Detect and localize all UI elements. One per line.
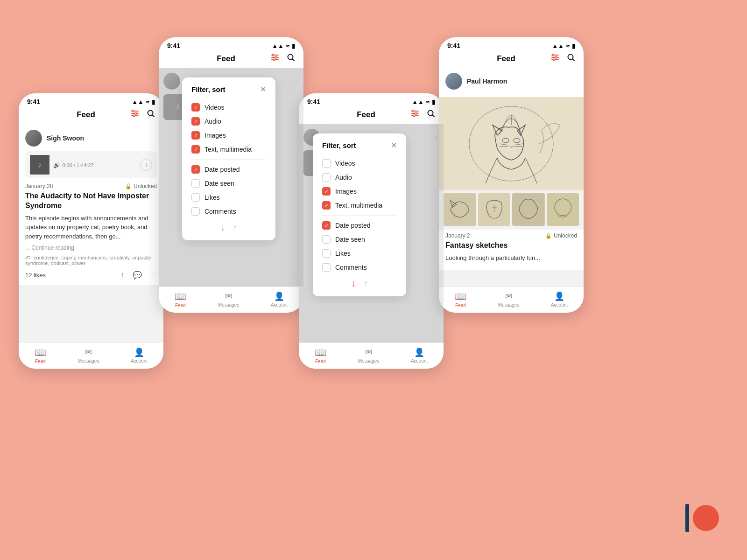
nav-icons-4[interactable] bbox=[551, 53, 575, 64]
svg-line-27 bbox=[433, 115, 435, 117]
post-section-4: January 2 🔓 Unlocked Fantasy sketches Lo… bbox=[439, 230, 584, 270]
svg-line-7 bbox=[153, 115, 155, 117]
tab-messages-label-3: Messages bbox=[358, 358, 380, 364]
comment-icon-1[interactable]: 💬 bbox=[133, 271, 142, 280]
tab-account-3[interactable]: 👤 Account bbox=[411, 347, 428, 364]
filter-cb-images-2[interactable] bbox=[191, 131, 200, 140]
filter-icon-4[interactable] bbox=[551, 53, 559, 64]
filter-cb-videos-2[interactable] bbox=[191, 103, 200, 112]
filter-item-comments-2[interactable]: Comments bbox=[191, 204, 266, 218]
tab-feed-3[interactable]: 📖 Feed bbox=[315, 347, 326, 364]
audio-player-1[interactable]: ♪ 🔊 0:00 / 1:44:27 ↓ bbox=[25, 151, 157, 178]
filter-item-likes-2[interactable]: Likes bbox=[191, 190, 266, 204]
tab-messages-3[interactable]: ✉ Messages bbox=[358, 347, 380, 364]
sort-down-2[interactable]: ↓ bbox=[220, 222, 225, 233]
nav-icons-1[interactable] bbox=[131, 109, 155, 120]
filter-icon-3[interactable] bbox=[411, 109, 419, 120]
filter-item-audio-2[interactable]: Audio bbox=[191, 114, 266, 128]
audio-icon-1: 🔊 bbox=[53, 162, 60, 168]
status-bar-2: 9:41 ▲▲ ≈ ▮ bbox=[159, 37, 303, 51]
filter-item-dateposted-3[interactable]: Date posted bbox=[322, 218, 397, 232]
filter-item-videos-2[interactable]: Videos bbox=[191, 100, 266, 114]
sort-up-3[interactable]: ↑ bbox=[363, 278, 368, 289]
tab-account-1[interactable]: 👤 Account bbox=[131, 347, 148, 364]
filter-cb-text-2[interactable] bbox=[191, 145, 200, 154]
filter-cb-likes-3[interactable] bbox=[322, 249, 331, 258]
user-row-4: Paul Harmon bbox=[445, 73, 577, 90]
tab-messages-4[interactable]: ✉ Messages bbox=[498, 291, 520, 308]
filter-cb-comments-2[interactable] bbox=[191, 207, 200, 216]
status-time-1: 9:41 bbox=[27, 98, 40, 105]
filter-icon-2[interactable] bbox=[271, 53, 279, 64]
filter-cb-text-3[interactable] bbox=[322, 201, 331, 210]
tab-feed-4[interactable]: 📖 Feed bbox=[455, 291, 466, 308]
filter-cb-videos-3[interactable] bbox=[322, 159, 331, 168]
tab-feed-1[interactable]: 📖 Feed bbox=[35, 347, 46, 364]
filter-cb-comments-3[interactable] bbox=[322, 263, 331, 272]
sort-up-2[interactable]: ↑ bbox=[233, 222, 237, 233]
filter-cb-images-3[interactable] bbox=[322, 187, 331, 196]
filter-item-audio-3[interactable]: Audio bbox=[322, 170, 397, 184]
sort-down-3[interactable]: ↓ bbox=[351, 278, 356, 289]
user-row-1: Sigh Swoon bbox=[25, 130, 157, 147]
nav-icons-2[interactable] bbox=[271, 53, 295, 64]
continue-reading-1[interactable]: ... Continue reading bbox=[25, 245, 157, 251]
filter-cb-dateseen-2[interactable] bbox=[191, 179, 200, 188]
filter-icon-1[interactable] bbox=[131, 109, 139, 120]
filter-item-comments-3[interactable]: Comments bbox=[322, 260, 397, 274]
filter-item-text-3[interactable]: Text, multimedia bbox=[322, 198, 397, 212]
filter-items-2: Videos Audio Images Text, multimedia bbox=[191, 100, 266, 218]
heart-icon-1[interactable]: ♡ bbox=[150, 271, 157, 280]
filter-close-3[interactable]: ✕ bbox=[391, 141, 397, 150]
tab-feed-2[interactable]: 📖 Feed bbox=[175, 291, 186, 308]
tab-account-2[interactable]: 👤 Account bbox=[271, 291, 288, 308]
status-icons-3: ▲▲ ≈ ▮ bbox=[412, 98, 435, 105]
tab-messages-1[interactable]: ✉ Messages bbox=[78, 347, 99, 364]
wifi-icon-4: ≈ bbox=[566, 42, 570, 49]
post-unlocked-4: 🔓 Unlocked bbox=[545, 232, 577, 239]
filter-close-2[interactable]: ✕ bbox=[260, 85, 266, 94]
tab-messages-icon-3: ✉ bbox=[365, 347, 372, 357]
filter-cb-dateposted-2[interactable] bbox=[191, 165, 200, 174]
svg-point-25 bbox=[413, 115, 415, 117]
wifi-icon-3: ≈ bbox=[426, 98, 430, 105]
svg-line-17 bbox=[293, 59, 295, 61]
svg-point-23 bbox=[412, 110, 414, 112]
username-4: Paul Harmon bbox=[467, 77, 507, 85]
search-icon-2[interactable] bbox=[287, 53, 295, 64]
nav-icons-3[interactable] bbox=[411, 109, 435, 120]
nav-bar-2: Feed bbox=[159, 51, 303, 68]
filter-item-dateseen-3[interactable]: Date seen bbox=[322, 232, 397, 246]
filter-cb-dateseen-3[interactable] bbox=[322, 235, 331, 244]
filter-cb-likes-2[interactable] bbox=[191, 193, 200, 202]
svg-point-24 bbox=[415, 112, 417, 114]
post-meta-1: January 28 🔓 Unlocked bbox=[25, 183, 157, 189]
search-icon-1[interactable] bbox=[147, 109, 155, 120]
post-title-1: The Audacity to Not Have Imposter Syndro… bbox=[25, 191, 157, 211]
search-icon-4[interactable] bbox=[567, 53, 575, 64]
post-date-1: January 28 bbox=[25, 183, 53, 189]
filter-item-images-3[interactable]: Images bbox=[322, 184, 397, 198]
audio-download-1[interactable]: ↓ bbox=[140, 159, 152, 171]
filter-cb-audio-3[interactable] bbox=[322, 173, 331, 182]
tab-messages-2[interactable]: ✉ Messages bbox=[218, 291, 240, 308]
filter-item-likes-3[interactable]: Likes bbox=[322, 246, 397, 260]
tab-messages-icon-4: ✉ bbox=[505, 291, 512, 301]
tab-feed-icon-3: 📖 bbox=[315, 347, 326, 358]
tab-account-4[interactable]: 👤 Account bbox=[551, 291, 568, 308]
share-icon-1[interactable]: ↑ bbox=[120, 271, 124, 280]
svg-text:♪: ♪ bbox=[38, 160, 42, 169]
tab-feed-icon-2: 📖 bbox=[175, 291, 186, 302]
filter-item-dateseen-2[interactable]: Date seen bbox=[191, 176, 266, 190]
post-tags-1: 🏷 confidence, coping mechanisms, creativ… bbox=[25, 255, 157, 266]
search-icon-3[interactable] bbox=[427, 109, 435, 120]
svg-rect-48 bbox=[512, 193, 545, 226]
filter-item-images-2[interactable]: Images bbox=[191, 128, 266, 142]
filter-item-dateposted-2[interactable]: Date posted bbox=[191, 162, 266, 176]
filter-cb-audio-2[interactable] bbox=[191, 117, 200, 126]
status-bar-4: 9:41 ▲▲ ≈ ▮ bbox=[439, 37, 584, 51]
filter-item-text-2[interactable]: Text, multimedia bbox=[191, 142, 266, 156]
filter-cb-dateposted-3[interactable] bbox=[322, 221, 331, 230]
sketch-grid-4 bbox=[439, 193, 584, 226]
filter-item-videos-3[interactable]: Videos bbox=[322, 156, 397, 170]
